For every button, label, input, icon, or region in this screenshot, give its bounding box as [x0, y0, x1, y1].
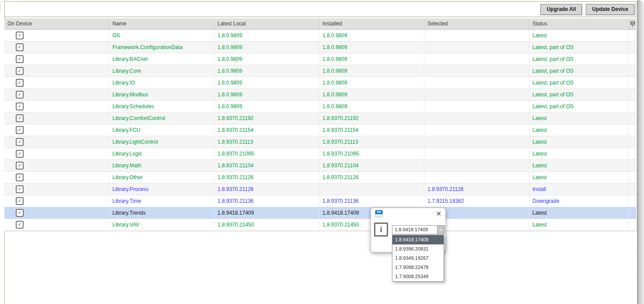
- row-end-cell: [629, 160, 636, 171]
- table-row[interactable]: ✓Framework.ConfigurationData1.8.0.98091.…: [4, 42, 636, 53]
- checkmark-icon: ✓: [18, 175, 21, 180]
- status-cell: Latest, part of OS: [529, 89, 629, 100]
- table-row[interactable]: ✓OS1.8.0.98091.8.0.9809Latest: [4, 30, 636, 42]
- row-end-cell: [629, 195, 636, 207]
- table-row[interactable]: ✓Library.Logic1.8.9370.210951.8.9370.210…: [4, 148, 636, 160]
- name-cell: Library.Time: [109, 195, 214, 207]
- name-cell: Library.LightControl: [109, 136, 214, 148]
- installed-cell: 1.8.0.9809: [319, 42, 424, 53]
- latest-local-cell: 1.8.0.9809: [214, 89, 319, 100]
- column-chooser-cell[interactable]: [629, 18, 636, 29]
- on-device-cell: ✓: [4, 207, 109, 219]
- name-cell: Library.FCU: [109, 124, 214, 136]
- table-body: ✓OS1.8.0.98091.8.0.9809Latest✓Framework.…: [4, 30, 636, 231]
- latest-local-cell: 1.8.9370.21126: [214, 184, 319, 195]
- on-device-checkbox[interactable]: ✓: [16, 209, 24, 217]
- upgrade-all-button[interactable]: Upgrade All: [540, 4, 582, 15]
- on-device-cell: ✓: [4, 219, 109, 230]
- name-cell: Library.Trends: [109, 207, 214, 219]
- selected-cell: 1.7.9215.18382: [424, 195, 529, 207]
- on-device-checkbox[interactable]: ✓: [16, 150, 24, 158]
- dialog-titlebar[interactable]: N4 ✕: [371, 208, 445, 219]
- name-cell: Library.Core: [109, 65, 214, 77]
- table-row[interactable]: ✓Library.VAV1.8.9370.214501.8.9370.21450…: [4, 219, 636, 231]
- column-header-on-device[interactable]: On Device: [4, 18, 109, 29]
- installed-cell: 1.8.0.9809: [319, 30, 424, 41]
- version-option[interactable]: 1.8.9418.17409: [392, 235, 444, 244]
- status-cell: Latest: [529, 207, 629, 219]
- name-cell: Library.Logic: [109, 148, 214, 159]
- table-row[interactable]: ✓Library.Other1.8.9370.211261.8.9370.211…: [4, 172, 636, 184]
- status-cell: Install: [529, 184, 629, 195]
- on-device-checkbox[interactable]: ✓: [16, 185, 24, 193]
- table-row[interactable]: ✓Library.Schedules1.8.0.98091.8.0.9809La…: [4, 101, 636, 113]
- on-device-checkbox[interactable]: ✓: [16, 197, 24, 205]
- on-device-checkbox[interactable]: ✓: [16, 221, 24, 229]
- table-row[interactable]: ✓Library.FCU1.8.9370.211541.8.9370.21154…: [4, 124, 636, 136]
- on-device-checkbox[interactable]: ✓: [16, 91, 24, 99]
- row-end-cell: [629, 113, 636, 124]
- on-device-checkbox[interactable]: ✓: [16, 114, 24, 122]
- table-row[interactable]: ✓Library.Math1.8.9370.211041.8.9370.2110…: [4, 160, 636, 172]
- name-cell: Library.Math: [109, 160, 214, 171]
- on-device-checkbox[interactable]: ✓: [16, 32, 24, 39]
- version-option[interactable]: 1.7.9008.25349: [392, 272, 444, 281]
- on-device-checkbox[interactable]: ✓: [16, 67, 24, 75]
- on-device-checkbox[interactable]: ✓: [16, 173, 24, 181]
- version-option[interactable]: 1.7.9098.22478: [392, 263, 444, 272]
- on-device-checkbox[interactable]: ✓: [16, 43, 24, 51]
- latest-local-cell: 1.8.0.9809: [214, 30, 319, 41]
- selected-cell: [424, 113, 529, 124]
- close-icon[interactable]: ✕: [436, 210, 441, 217]
- on-device-checkbox[interactable]: ✓: [16, 126, 24, 134]
- update-device-button[interactable]: Update Device: [586, 4, 634, 15]
- on-device-cell: ✓: [4, 65, 109, 77]
- on-device-cell: ✓: [4, 89, 109, 100]
- info-icon: i: [374, 223, 388, 237]
- on-device-cell: ✓: [4, 172, 109, 183]
- row-end-cell: [629, 53, 636, 65]
- on-device-checkbox[interactable]: ✓: [16, 162, 24, 170]
- table-row[interactable]: ✓Library.BACnet1.8.0.98091.8.0.9809Lates…: [4, 53, 636, 65]
- on-device-cell: ✓: [4, 113, 109, 124]
- latest-local-cell: 1.8.0.9809: [214, 53, 319, 65]
- column-header-latest-local[interactable]: Latest Local: [214, 18, 319, 29]
- selected-cell: [424, 89, 529, 100]
- on-device-checkbox[interactable]: ✓: [16, 55, 24, 63]
- latest-local-cell: 1.8.9370.21450: [214, 219, 319, 230]
- name-cell: Library.VAV: [109, 219, 214, 230]
- column-header-installed[interactable]: Installed: [319, 18, 424, 29]
- table-row[interactable]: ✓Library.IO1.8.0.98091.8.0.9809Latest, p…: [4, 77, 636, 89]
- row-end-cell: [629, 89, 636, 100]
- table-row[interactable]: ✓Library.ComfortControl1.8.9370.211921.8…: [4, 113, 636, 124]
- checkmark-icon: ✓: [18, 198, 21, 203]
- version-option[interactable]: 1.8.9396.20931: [392, 244, 444, 254]
- row-end-cell: [629, 77, 636, 88]
- table-row[interactable]: ✓Library.Time1.8.9370.211361.8.9370.2113…: [4, 195, 636, 207]
- table-row[interactable]: ✓Library.Core1.8.0.98091.8.0.9809Latest,…: [4, 65, 636, 77]
- column-header-status[interactable]: Status: [529, 18, 629, 29]
- row-end-cell: [629, 219, 636, 230]
- on-device-checkbox[interactable]: ✓: [16, 138, 24, 146]
- table-row[interactable]: ✓Library.LightControl1.8.9370.211131.8.9…: [4, 136, 636, 148]
- on-device-checkbox[interactable]: ✓: [16, 103, 24, 110]
- on-device-checkbox[interactable]: ✓: [16, 79, 24, 87]
- column-header-selected[interactable]: Selected: [424, 18, 529, 29]
- status-cell: Latest, part of OS: [529, 42, 629, 53]
- table-row[interactable]: ✓Library.Trends1.8.9418.174091.8.9418.17…: [4, 207, 636, 219]
- table-row[interactable]: ✓Library.Modbus1.8.0.98091.8.0.9809Lates…: [4, 89, 636, 101]
- status-cell: Latest: [529, 124, 629, 136]
- on-device-cell: ✓: [4, 30, 109, 41]
- version-combobox-field[interactable]: 1.8.9418.17409: [392, 225, 438, 234]
- version-option[interactable]: 1.8.9349.19267: [392, 254, 444, 263]
- installed-cell: 1.8.0.9809: [319, 53, 424, 65]
- table-row[interactable]: ✓Library.Process1.8.9370.211261.8.9370.2…: [4, 184, 636, 195]
- column-header-name[interactable]: Name: [109, 18, 214, 29]
- checkmark-icon: ✓: [18, 151, 21, 156]
- combobox-dropdown-button[interactable]: ▾: [438, 225, 445, 234]
- column-chooser-icon[interactable]: [630, 21, 635, 27]
- row-end-cell: [629, 124, 636, 136]
- niagara-n4-icon: N4: [375, 210, 383, 217]
- on-device-cell: ✓: [4, 148, 109, 159]
- installed-cell: 1.8.0.9809: [319, 77, 424, 88]
